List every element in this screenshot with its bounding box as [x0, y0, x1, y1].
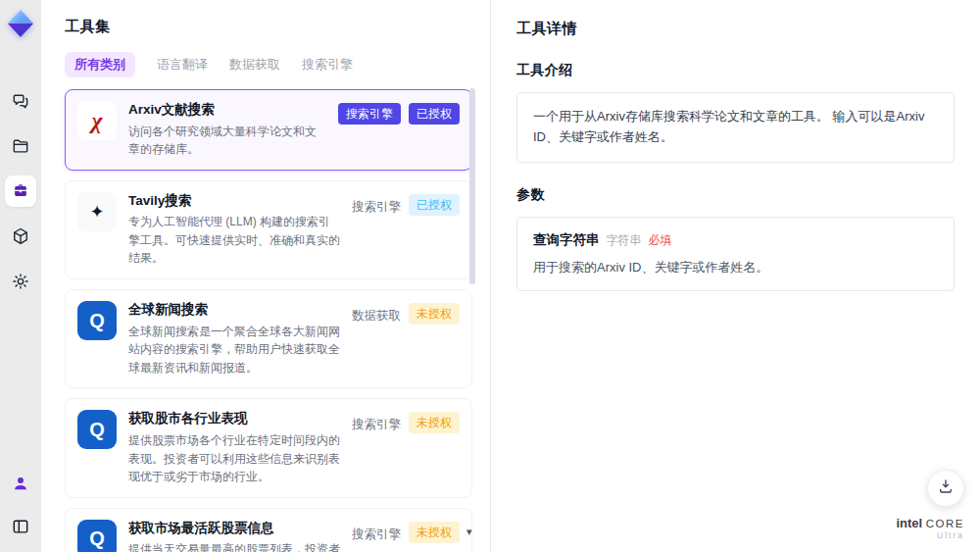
status-badge: 已授权: [409, 194, 460, 216]
category-badge: 搜索引擎: [338, 103, 401, 125]
chat-icon: [11, 91, 30, 111]
tool-detail-pane: 工具详情 工具介绍 一个用于从Arxiv存储库搜索科学论文和文章的工具。 输入可…: [490, 0, 980, 552]
tool-description: 提供当天交易量最高的股票列表，投资者可以利用这些信息来识别流动性强的股票和潜在的…: [128, 540, 340, 552]
scrollbar-thumb[interactable]: [469, 88, 475, 284]
blue-q-logo-icon: Q: [77, 301, 117, 340]
intel-core-sub-label: Ultra: [896, 531, 964, 540]
arxiv-logo-icon: χ: [77, 101, 117, 140]
intro-section-title: 工具介绍: [516, 62, 955, 79]
tab-data-acquisition[interactable]: 数据获取: [229, 52, 280, 77]
tool-name: 获取股市各行业表现: [128, 410, 340, 427]
folder-icon: [11, 136, 30, 156]
param-name: 查询字符串: [533, 231, 600, 249]
param-description: 用于搜索的Arxiv ID、关键字或作者姓名。: [533, 259, 938, 276]
params-section-title: 参数: [516, 186, 955, 204]
sidebar-item-account[interactable]: [5, 468, 36, 499]
status-badge: 未授权: [409, 303, 460, 325]
tab-language-translation[interactable]: 语言翻译: [157, 52, 208, 77]
category-label: 搜索引擎: [352, 522, 401, 548]
param-required-flag: 必填: [649, 232, 672, 249]
page-title: 工具集: [65, 18, 476, 36]
status-badge: 未授权: [409, 522, 460, 543]
blue-q-logo-icon: Q: [77, 520, 117, 552]
category-tabs: 所有类别 语言翻译 数据获取 搜索引擎: [65, 52, 476, 77]
tool-name: Tavily搜索: [128, 192, 340, 210]
panel-toggle-icon: [11, 517, 30, 536]
sidebar-item-settings[interactable]: [5, 266, 36, 297]
tool-list: χ Arxiv文献搜索 访问各个研究领域大量科学论文和文章的存储库。 搜索引擎 …: [65, 89, 472, 552]
sidebar-item-collapse[interactable]: [5, 511, 36, 542]
cube-icon: [11, 226, 30, 246]
tab-all-categories[interactable]: 所有类别: [65, 52, 135, 77]
tool-list-pane: 工具集 所有类别 语言翻译 数据获取 搜索引擎 χ Arxiv文献搜索 访问各个…: [41, 0, 490, 552]
sidebar-item-chat[interactable]: [5, 85, 36, 117]
tool-name: Arxiv文献搜索: [128, 101, 326, 119]
app-rail: [0, 0, 41, 552]
tavily-star-icon: ✦: [77, 192, 117, 231]
tool-description: 提供股票市场各个行业在特定时间段内的表现。投资者可以利用这些信息来识别表现优于或…: [128, 431, 340, 486]
tool-intro-box: 一个用于从Arxiv存储库搜索科学论文和文章的工具。 输入可以是Arxiv ID…: [516, 92, 955, 163]
tool-card-arxiv[interactable]: χ Arxiv文献搜索 访问各个研究领域大量科学论文和文章的存储库。 搜索引擎 …: [65, 89, 472, 171]
tool-description: 访问各个研究领域大量科学论文和文章的存储库。: [128, 123, 326, 159]
tool-card-global-news[interactable]: Q 全球新闻搜索 全球新闻搜索是一个聚合全球各大新闻网站内容的搜索引擎，帮助用户…: [65, 289, 472, 388]
user-icon: [11, 474, 30, 493]
app-logo-icon: [6, 9, 35, 38]
sidebar-item-files[interactable]: [5, 130, 36, 162]
download-icon: [937, 477, 955, 499]
status-badge: 未授权: [409, 412, 460, 433]
parameter-card: 查询字符串 字符串 必填 用于搜索的Arxiv ID、关键字或作者姓名。: [516, 217, 955, 291]
detail-title: 工具详情: [516, 20, 955, 38]
category-label: 搜索引擎: [352, 412, 401, 438]
tool-name: 全球新闻搜索: [128, 301, 340, 319]
tool-description: 全球新闻搜索是一个聚合全球各大新闻网站内容的搜索引擎，帮助用户快速获取全球最新资…: [128, 323, 340, 377]
tool-card-tavily[interactable]: ✦ Tavily搜索 专为人工智能代理 (LLM) 构建的搜索引擎工具。可快速提…: [65, 180, 472, 279]
category-label: 数据获取: [352, 303, 401, 329]
download-button[interactable]: [927, 470, 964, 507]
category-label: 搜索引擎: [352, 194, 401, 221]
tool-name: 获取市场最活跃股票信息: [128, 520, 340, 537]
tool-card-stock-sectors[interactable]: Q 获取股市各行业表现 提供股票市场各个行业在特定时间段内的表现。投资者可以利用…: [65, 398, 472, 497]
list-scrollbar[interactable]: ▾: [468, 86, 476, 552]
scrollbar-down-arrow[interactable]: ▾: [466, 526, 472, 538]
gear-icon: [11, 272, 30, 291]
briefcase-icon: [11, 181, 30, 201]
sidebar-item-models[interactable]: [5, 221, 36, 252]
tab-search-engine[interactable]: 搜索引擎: [302, 52, 353, 77]
status-badge: 已授权: [409, 103, 460, 125]
param-type: 字符串: [607, 232, 642, 249]
blue-q-logo-icon: Q: [77, 410, 117, 449]
tool-description: 专为人工智能代理 (LLM) 构建的搜索引擎工具。可快速提供实时、准确和真实的结…: [128, 213, 340, 268]
tool-card-active-stocks[interactable]: Q 获取市场最活跃股票信息 提供当天交易量最高的股票列表，投资者可以利用这些信息…: [65, 508, 472, 552]
intel-core-logo: intel CORE Ultra: [896, 517, 964, 540]
sidebar-item-tools[interactable]: [5, 176, 36, 207]
